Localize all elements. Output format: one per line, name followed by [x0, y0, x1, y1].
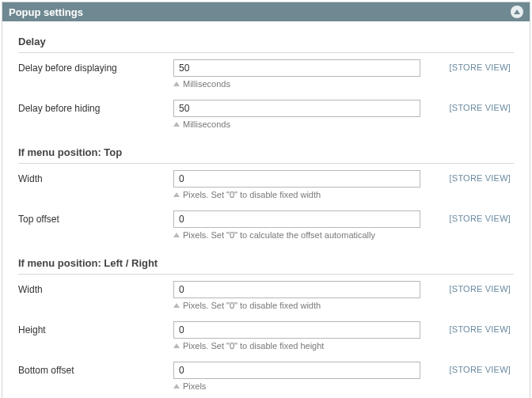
scope-label: [STORE VIEW] [420, 170, 514, 183]
group-heading-leftright: If menu position: Left / Right [18, 251, 514, 275]
field-control: Pixels. Set "0" to disable fixed width [173, 281, 420, 310]
field-note: Pixels. Set "0" to disable fixed width [173, 190, 420, 199]
group-heading-top: If menu position: Top [18, 140, 514, 164]
field-note: Pixels. Set "0" to disable fixed width [173, 301, 420, 310]
field-note: Pixels. Set "0" to disable fixed height [173, 341, 420, 351]
lr-bottom-input[interactable] [173, 362, 420, 379]
collapse-toggle-button[interactable] [511, 6, 523, 18]
triangle-up-icon [173, 233, 180, 237]
field-note-text: Pixels. Set "0" to disable fixed height [183, 341, 324, 351]
field-control: Pixels. Set "0" to disable fixed width [173, 170, 420, 199]
field-label: Height [18, 321, 173, 335]
panel-body: Delay Delay before displaying Millisecon… [2, 21, 530, 398]
triangle-up-icon [173, 384, 180, 389]
triangle-up-icon [173, 303, 180, 308]
field-note-text: Pixels [183, 381, 206, 391]
field-note-text: Milliseconds [183, 79, 230, 89]
scope-label: [STORE VIEW] [420, 362, 514, 374]
panel-header: Popup settings [2, 2, 530, 21]
field-row-lr-width: Width Pixels. Set "0" to disable fixed w… [18, 281, 514, 310]
field-label: Delay before displaying [18, 59, 173, 74]
lr-width-input[interactable] [173, 281, 420, 298]
field-note-text: Pixels. Set "0" to calculate the offset … [183, 230, 375, 240]
field-label: Delay before hiding [18, 100, 173, 114]
field-control: Pixels. Set "0" to calculate the offset … [173, 210, 420, 240]
field-label: Bottom offset [18, 362, 173, 376]
field-control: Pixels. Set "0" to disable fixed height [173, 321, 420, 351]
field-note: Milliseconds [173, 79, 420, 89]
scope-label: [STORE VIEW] [420, 59, 514, 72]
triangle-up-icon [173, 81, 180, 86]
field-label: Width [18, 170, 173, 184]
group-heading-delay: Delay [18, 29, 514, 53]
chevron-up-icon [514, 9, 520, 14]
triangle-up-icon [173, 192, 180, 197]
field-row-top-offset: Top offset Pixels. Set "0" to calculate … [18, 210, 514, 240]
triangle-up-icon [173, 343, 180, 348]
field-note-text: Pixels. Set "0" to disable fixed width [183, 301, 321, 310]
field-note-text: Milliseconds [183, 119, 230, 129]
field-control: Milliseconds [173, 59, 420, 89]
field-label: Width [18, 281, 173, 295]
field-control: Pixels [173, 362, 420, 391]
field-row-lr-height: Height Pixels. Set "0" to disable fixed … [18, 321, 514, 351]
field-row-delay-hide: Delay before hiding Milliseconds [STORE … [18, 100, 514, 129]
svg-marker-0 [514, 9, 520, 14]
top-offset-input[interactable] [173, 210, 420, 228]
scope-label: [STORE VIEW] [420, 210, 514, 223]
lr-height-input[interactable] [173, 321, 420, 339]
field-row-lr-bottom: Bottom offset Pixels [STORE VIEW] [18, 362, 514, 391]
field-note: Pixels [173, 381, 420, 391]
scope-label: [STORE VIEW] [420, 281, 514, 294]
field-row-top-width: Width Pixels. Set "0" to disable fixed w… [18, 170, 514, 199]
triangle-up-icon [173, 122, 180, 127]
top-width-input[interactable] [173, 170, 420, 188]
field-control: Milliseconds [173, 100, 420, 129]
field-label: Top offset [18, 210, 173, 225]
delay-hide-input[interactable] [173, 100, 420, 117]
delay-display-input[interactable] [173, 59, 420, 77]
scope-label: [STORE VIEW] [420, 100, 514, 112]
field-row-delay-display: Delay before displaying Milliseconds [ST… [18, 59, 514, 89]
scope-label: [STORE VIEW] [420, 321, 514, 334]
panel-title: Popup settings [9, 6, 83, 18]
field-note-text: Pixels. Set "0" to disable fixed width [183, 190, 321, 199]
field-note: Milliseconds [173, 119, 420, 129]
popup-settings-panel: Popup settings Delay Delay before displa… [2, 2, 530, 398]
field-note: Pixels. Set "0" to calculate the offset … [173, 230, 420, 240]
